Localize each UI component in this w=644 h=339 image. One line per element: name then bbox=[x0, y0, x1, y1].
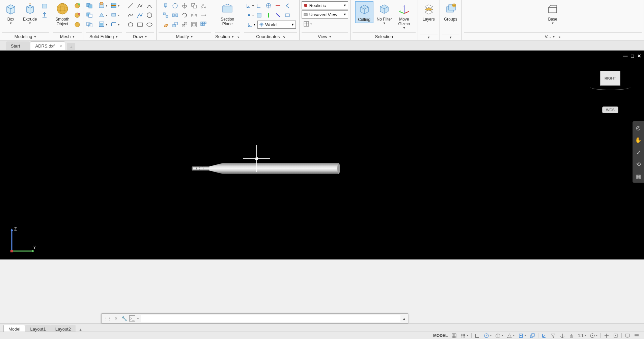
viewport[interactable]: — □ ✕ RIGHT WCS ◎ ✋ ⤢ ⟲ ▦ bbox=[0, 51, 644, 259]
presspull-button[interactable] bbox=[40, 11, 49, 20]
ucs-face-button[interactable] bbox=[255, 11, 263, 20]
viewcube-compass[interactable] bbox=[590, 84, 631, 90]
minimize-icon[interactable]: — bbox=[623, 53, 628, 59]
view-config-button[interactable]: ▾ bbox=[302, 20, 313, 28]
union-button[interactable] bbox=[86, 1, 97, 10]
ucs-z-button[interactable] bbox=[274, 11, 282, 20]
selection-filter-button[interactable] bbox=[549, 332, 557, 339]
move-gizmo-button[interactable]: Move Gizmo ▼ bbox=[395, 1, 413, 30]
ucs-icon-display-button[interactable]: ▾ bbox=[245, 20, 257, 29]
layers-button[interactable]: Layers bbox=[420, 1, 438, 22]
section-plane-button[interactable]: Section Plane bbox=[219, 1, 236, 27]
orbit-icon[interactable]: ⟲ bbox=[635, 160, 642, 168]
mesh-more-button[interactable] bbox=[73, 1, 82, 10]
array-button[interactable] bbox=[199, 20, 208, 29]
autosnap-button[interactable]: ▾ bbox=[505, 332, 516, 339]
groups-button[interactable]: Groups bbox=[442, 1, 459, 22]
panel-label-view[interactable]: View▼ bbox=[302, 32, 348, 40]
grid-display-button[interactable] bbox=[450, 332, 458, 339]
rectangle-button[interactable] bbox=[136, 20, 144, 29]
maximize-icon[interactable]: □ bbox=[631, 53, 634, 59]
show-motion-icon[interactable]: ▦ bbox=[635, 173, 642, 180]
panel-label-mesh[interactable]: Mesh▼ bbox=[53, 32, 81, 40]
panel-label-modify[interactable]: Modify▼ bbox=[159, 32, 211, 40]
coord-system-combo[interactable]: World ▼ bbox=[257, 21, 296, 29]
subtract-button[interactable] bbox=[86, 11, 97, 20]
erase-button[interactable] bbox=[161, 20, 170, 29]
extrude-button[interactable]: Extrude ▼ bbox=[21, 1, 39, 26]
visual-style-combo[interactable]: Realistic ▼ bbox=[302, 1, 348, 9]
scale-3d-button[interactable] bbox=[171, 20, 179, 29]
ucs-x-button[interactable] bbox=[274, 1, 282, 10]
copy-button[interactable] bbox=[190, 1, 198, 10]
named-ucs-button[interactable]: + bbox=[255, 1, 263, 10]
command-input[interactable] bbox=[141, 315, 400, 322]
ucs-y-button[interactable] bbox=[264, 11, 273, 20]
terminal-icon[interactable]: >_ bbox=[129, 315, 135, 321]
mirror-button[interactable] bbox=[190, 11, 198, 20]
clean-screen-button[interactable] bbox=[623, 332, 632, 339]
polar-tracking-button[interactable]: ▾ bbox=[482, 332, 493, 339]
thicken-button[interactable]: ▾ bbox=[110, 11, 122, 20]
zoom-icon[interactable]: ⤢ bbox=[635, 148, 642, 156]
grip-icon[interactable]: ⋮⋮ bbox=[104, 316, 111, 321]
offset-button[interactable] bbox=[190, 20, 198, 29]
annotation-visibility-button[interactable]: A bbox=[567, 332, 576, 339]
polysolid-button[interactable] bbox=[40, 1, 49, 10]
mirror-3d-button[interactable] bbox=[171, 11, 179, 20]
view-combo[interactable]: Unsaved View ▼ bbox=[302, 10, 348, 19]
polygon-button[interactable] bbox=[126, 20, 135, 29]
panel-label-coordinates[interactable]: Coordinates↘ bbox=[244, 32, 297, 40]
intersect-button[interactable] bbox=[86, 20, 97, 29]
align-button[interactable] bbox=[161, 11, 170, 20]
ucs-view-button[interactable] bbox=[283, 11, 292, 20]
panel-label-base[interactable]: V...▼↘ bbox=[464, 32, 642, 40]
taper-face-button[interactable]: ▾ bbox=[98, 11, 110, 20]
base-button[interactable]: Base ▼ bbox=[544, 1, 561, 26]
mesh-refine-button[interactable] bbox=[73, 20, 82, 29]
customization-button[interactable] bbox=[633, 332, 641, 339]
expand-history-button[interactable]: ▲ bbox=[402, 317, 406, 320]
extend-button[interactable] bbox=[199, 11, 208, 20]
tab-active-file[interactable]: ADRS.dxf × bbox=[30, 41, 65, 50]
arc-button[interactable] bbox=[145, 1, 154, 10]
panel-label-groups-dropdown[interactable]: ▼ bbox=[442, 34, 459, 40]
scale-button[interactable] bbox=[180, 20, 189, 29]
panel-label-draw[interactable]: Draw▼ bbox=[126, 32, 154, 40]
smooth-object-button[interactable]: Smooth Object bbox=[53, 1, 71, 27]
pan-icon[interactable]: ✋ bbox=[635, 136, 642, 144]
close-icon[interactable]: ✕ bbox=[637, 53, 641, 59]
ellipse-button[interactable] bbox=[145, 20, 154, 29]
shell-button[interactable]: ▾ bbox=[98, 20, 110, 29]
no-filter-button[interactable]: No Filter ▼ bbox=[375, 1, 394, 26]
slice-button[interactable]: ▾ bbox=[110, 1, 122, 10]
annotation-monitor-button[interactable] bbox=[603, 332, 611, 339]
panel-label-solid-editing[interactable]: Solid Editing▼ bbox=[86, 32, 122, 40]
ucs-origin-button[interactable]: ▾ bbox=[245, 11, 254, 20]
wcs-badge[interactable]: WCS bbox=[602, 106, 618, 113]
3dosnap-button[interactable] bbox=[528, 332, 536, 339]
osnap-button[interactable]: ▾ bbox=[517, 332, 527, 339]
workspace-button[interactable]: ▾ bbox=[588, 332, 599, 339]
ucs-button[interactable]: ▾ bbox=[245, 1, 254, 10]
polyline-button[interactable] bbox=[136, 1, 144, 10]
rotate-3d-button[interactable] bbox=[171, 1, 179, 10]
ucs-prev-button[interactable] bbox=[283, 1, 292, 10]
nav-wheel-icon[interactable]: ◎ bbox=[635, 124, 642, 131]
annotation-scale-button[interactable]: 1:1▾ bbox=[577, 332, 587, 339]
box-button[interactable]: Box ▼ bbox=[2, 1, 20, 26]
circle-button[interactable] bbox=[145, 11, 154, 20]
3dpoly-button[interactable] bbox=[136, 11, 144, 20]
status-model-button[interactable]: MODEL bbox=[432, 332, 449, 339]
ucs-world-button[interactable] bbox=[264, 1, 273, 10]
trim-button[interactable] bbox=[199, 1, 208, 10]
close-tab-button[interactable]: × bbox=[59, 43, 62, 49]
culling-button[interactable]: Culling bbox=[355, 1, 373, 23]
isolate-button[interactable] bbox=[612, 332, 620, 339]
mesh-less-button[interactable] bbox=[73, 11, 82, 20]
line-button[interactable] bbox=[126, 1, 135, 10]
new-tab-button[interactable]: + bbox=[67, 43, 75, 50]
panel-label-section[interactable]: Section▼↘ bbox=[215, 32, 240, 40]
panel-label-layers-dropdown[interactable]: ▼ bbox=[420, 34, 438, 40]
gizmo-button[interactable] bbox=[558, 332, 566, 339]
